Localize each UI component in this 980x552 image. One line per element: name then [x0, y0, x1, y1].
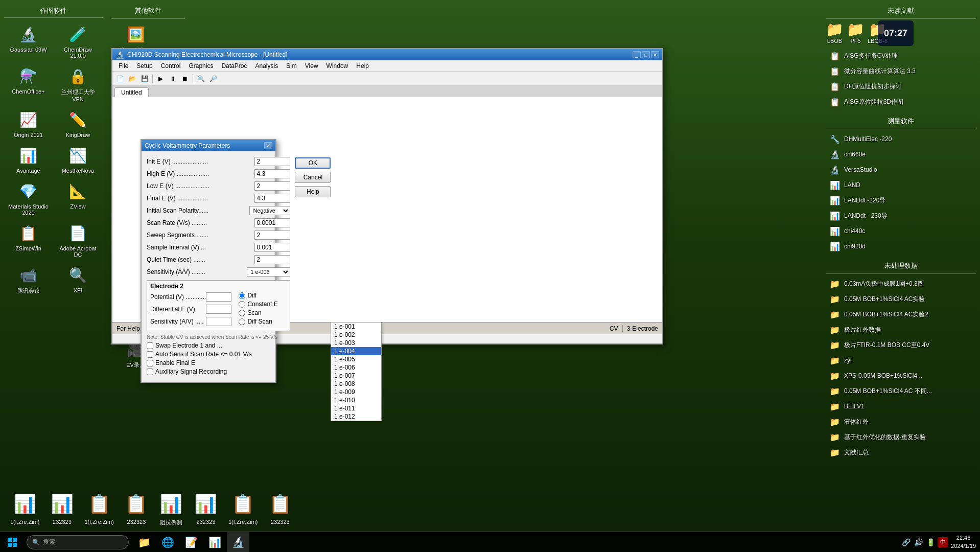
e2-potential-input[interactable] [206, 292, 231, 302]
unproc-optimize[interactable]: 📁 基于红外优化的数据-重复实验 [826, 429, 976, 445]
dd-1e-009[interactable]: 1 e-009 [331, 388, 381, 396]
unproc-xps[interactable]: 📁 XPS-0.05M BOB+1%SiCl4... [826, 368, 976, 383]
file-aisg-3d[interactable]: 📋 AISG原位阻抗3D作图 [826, 94, 976, 109]
bottom-icon-5[interactable]: 📊 232323 [194, 493, 218, 526]
cb-enable-final-input[interactable] [147, 360, 153, 366]
dd-1e-012[interactable]: 1 e-012 [331, 412, 381, 421]
unproc-ftir[interactable]: 📁 极片FTIR-0.1M BOB CC至0.4V [826, 337, 976, 353]
icon-acrobat[interactable]: 📄 Adobe Acrobat DC [54, 220, 102, 261]
bottom-icon-0[interactable]: 📊 1(f,Zre,Zim) [10, 493, 39, 526]
low-e-input[interactable] [254, 181, 290, 191]
bottom-icon-2[interactable]: 📋 1(f,Zre,Zim) [84, 493, 113, 526]
scan-polarity-select[interactable]: Negative Positive [249, 206, 290, 215]
unproc-literature[interactable]: 📁 文献汇总 [826, 445, 976, 460]
measure-dhmulti[interactable]: 🔧 DHMultiElec -220 [826, 131, 976, 147]
measure-chi920d[interactable]: 📊 chi920d [826, 239, 976, 254]
taskbar-app-chrome[interactable]: 🌐 [156, 532, 179, 553]
taskbar-app-file-explorer[interactable]: 📁 [133, 532, 155, 553]
icon-zsimpwin[interactable]: 📋 ZSimpWin [4, 220, 53, 261]
dd-1e-004[interactable]: 1 e-004 [331, 347, 381, 355]
quiet-time-input[interactable] [254, 255, 290, 264]
unproc-bob2[interactable]: 📁 0.05M BOB+1%SiCl4 AC实验2 [826, 307, 976, 322]
icon-kingdraw[interactable]: ✏️ KingDraw [54, 106, 102, 141]
file-aisg-cv[interactable]: 📋 AISG多任务CV处理 [826, 48, 976, 63]
taskbar-clock[interactable]: 22:46 2024/1/19 [951, 534, 976, 550]
bottom-icon-1[interactable]: 📊 232323 [50, 493, 74, 526]
measure-chi660e[interactable]: 🔬 chi660e [826, 147, 976, 162]
ok-button[interactable]: OK [295, 157, 331, 169]
dd-1e-007[interactable]: 1 e-007 [331, 372, 381, 380]
taskbar-app-chi920[interactable]: 🔬 [227, 532, 249, 553]
file-diff-calc[interactable]: 📋 微分容量曲线计算算法 3.3 [826, 63, 976, 79]
unproc-03ma[interactable]: 📁 0.03mA负极中成膜1圈+0.3圈 [826, 276, 976, 291]
radio-constant-input[interactable] [239, 301, 245, 308]
icon-zview[interactable]: 📐 ZView [54, 178, 102, 219]
folder-pf5[interactable]: 📁 PF5 [847, 21, 865, 44]
e2-sensitivity-input[interactable] [206, 317, 231, 326]
radio-diff-input[interactable] [239, 292, 245, 299]
e2-diff-input[interactable] [206, 305, 231, 314]
help-button[interactable]: Help [295, 186, 331, 197]
dd-1e-005[interactable]: 1 e-005 [331, 355, 381, 363]
sample-interval-input[interactable] [254, 243, 290, 252]
high-e-input[interactable] [254, 169, 290, 178]
unprocessed-section-title: 未处理数据 [826, 259, 976, 274]
bottom-icon-7[interactable]: 📋 232323 [268, 493, 292, 526]
tray-network[interactable]: 🔗 [901, 537, 911, 547]
cb-aux-signal-input[interactable] [147, 369, 153, 375]
measure-landdt230[interactable]: 📊 LANDdt - 230导 [826, 208, 976, 223]
dd-1e-006[interactable]: 1 e-006 [331, 363, 381, 372]
taskbar-search-box[interactable]: 🔍 搜索 [27, 535, 129, 549]
unproc-beilv[interactable]: 📁 BEILV1 [826, 399, 976, 414]
cancel-button[interactable]: Cancel [295, 172, 331, 183]
file-dh-impedance[interactable]: 📋 DH原位阻抗初步探讨 [826, 79, 976, 94]
icon-origin[interactable]: 📈 Origin 2021 [4, 106, 53, 141]
radio-scan-input[interactable] [239, 310, 245, 316]
unproc-zyl[interactable]: 📁 zyl [826, 353, 976, 368]
dd-1e-001[interactable]: 1 e-001 [331, 323, 381, 331]
dd-1e-008[interactable]: 1 e-008 [331, 380, 381, 388]
cb-autosens-input[interactable] [147, 351, 153, 358]
icon-chemoffice[interactable]: ⚗️ ChemOffice+ [4, 63, 53, 105]
app-window[interactable]: 🔬 CHI920D Scanning Electrochemical Micro… [111, 48, 663, 344]
dd-1e-003[interactable]: 1 e-003 [331, 339, 381, 347]
start-button[interactable] [0, 532, 25, 553]
unproc-bob1[interactable]: 📁 0.05M BOB+1%SiCl4 AC实验 [826, 291, 976, 307]
icon-avantage[interactable]: 📊 Avantage [4, 142, 53, 177]
cb-swap-input[interactable] [147, 342, 153, 349]
dialog-form: Init E (V) ..................... High E … [147, 156, 290, 377]
measure-chi440c[interactable]: 📊 chi440c [826, 223, 976, 239]
init-e-input[interactable] [254, 157, 290, 166]
radio-diff-scan-input[interactable] [239, 318, 245, 325]
taskbar-app-word[interactable]: 📝 [180, 532, 202, 553]
folder-lbob[interactable]: 📁 LBOB [826, 21, 844, 44]
bottom-icon-6[interactable]: 📋 1(f,Zre,Zim) [228, 493, 258, 526]
bottom-icon-4[interactable]: 📊 阻抗例测 [159, 493, 183, 526]
sensitivity-select[interactable]: 1 e-001 1 e-002 1 e-003 1 e-004 1 e-005 … [247, 267, 290, 277]
bottom-icon-3[interactable]: 📋 232323 [124, 493, 149, 526]
tray-ime[interactable]: 中 [938, 537, 948, 547]
icon-chemdraw[interactable]: 🧪 ChemDraw 21.0.0 [54, 21, 102, 62]
taskbar-app-ppt[interactable]: 📊 [203, 532, 226, 553]
scan-rate-input[interactable] [254, 218, 290, 227]
dd-1e-010[interactable]: 1 e-010 [331, 396, 381, 404]
icon-materials-studio[interactable]: 💎 Materials Studio 2020 [4, 178, 53, 219]
sweep-seg-input[interactable] [254, 231, 290, 240]
final-e-input[interactable] [254, 194, 290, 203]
measure-versa[interactable]: 🔬 VersaStudio [826, 162, 976, 177]
icon-gaussian[interactable]: 🔬 Gaussian 09W [4, 21, 53, 62]
tray-volume[interactable]: 🔊 [913, 537, 923, 547]
measure-land[interactable]: 📊 LAND [826, 177, 976, 193]
unproc-bob3[interactable]: 📁 0.05M BOB+1%SiCl4 AC 不同... [826, 383, 976, 399]
unproc-ir[interactable]: 📁 极片红外数据 [826, 322, 976, 337]
icon-tencent-meeting[interactable]: 📹 腾讯会议 [4, 262, 53, 298]
dd-1e-002[interactable]: 1 e-002 [331, 331, 381, 339]
dd-1e-011[interactable]: 1 e-011 [331, 404, 381, 412]
icon-xei[interactable]: 🔍 XEI [54, 262, 102, 298]
tray-battery[interactable]: 🔋 [925, 537, 936, 547]
measure-landdt220[interactable]: 📊 LANDdt -220导 [826, 193, 976, 208]
icon-mestrenova[interactable]: 📉 MestReNova [54, 142, 102, 177]
dialog-close-button[interactable]: ✕ [264, 142, 272, 149]
icon-vpn[interactable]: 🔒 兰州理工大学VPN [54, 63, 102, 105]
unproc-liquid-ir[interactable]: 📁 液体红外 [826, 414, 976, 429]
